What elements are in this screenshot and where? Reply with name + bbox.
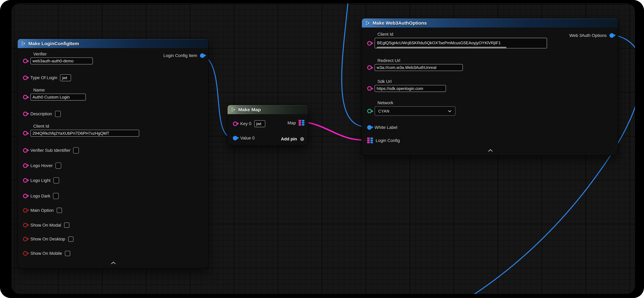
- pin-description[interactable]: [23, 112, 28, 116]
- output-pin-label: Map: [288, 120, 296, 125]
- key0-input[interactable]: [254, 120, 265, 127]
- pin-name[interactable]: [23, 95, 28, 99]
- pin-label: Show On Mobile: [30, 251, 62, 256]
- field-group-network: Network CYAN: [367, 100, 456, 116]
- pin-label: Logo Dark: [30, 193, 50, 198]
- pin-row-logo-light: Logo Light: [23, 176, 59, 184]
- make-struct-icon: [365, 20, 370, 26]
- pin-show-on-modal[interactable]: [23, 223, 28, 227]
- make-map-icon: [231, 107, 236, 112]
- pin-label: Name: [33, 88, 86, 92]
- pin-label: White Label: [374, 125, 397, 130]
- show-on-mobile-checkbox[interactable]: [65, 250, 70, 256]
- pin-value0[interactable]: [233, 136, 237, 140]
- pin-logo-hover[interactable]: [23, 163, 28, 168]
- pin-logo-dark[interactable]: [23, 194, 28, 198]
- pin-verifier-sub-identifier[interactable]: [23, 148, 28, 152]
- add-pin-label: Add pin: [281, 136, 297, 141]
- main-option-checkbox[interactable]: [56, 208, 62, 213]
- field-group-client-id: Client Id: [367, 32, 547, 48]
- logo-dark-input[interactable]: [53, 193, 59, 199]
- blueprint-graph-canvas[interactable]: Make LoginConfigItem Login Config Item V…: [12, 3, 635, 294]
- pin-label: Key 0: [240, 121, 252, 126]
- wire-map-to-login-config[interactable]: [302, 122, 366, 140]
- type-of-login-input[interactable]: [60, 74, 71, 81]
- pin-row-logo-hover: Logo Hover: [23, 161, 62, 170]
- pin-row-show-on-desktop: Show On Desktop: [23, 235, 74, 243]
- output-row: Login Config Item: [163, 51, 204, 60]
- pin-redirect-url[interactable]: [367, 65, 372, 70]
- offscreen-node-bottom-edge[interactable]: [193, 3, 349, 4]
- pin-client-id[interactable]: [367, 41, 372, 45]
- map-output-pin-icon[interactable]: [299, 120, 304, 126]
- pin-label: Show On Desktop: [30, 236, 65, 242]
- pin-key0[interactable]: [233, 121, 237, 126]
- make-struct-icon: [21, 41, 26, 46]
- verifier-sub-identifier-input[interactable]: [73, 147, 79, 153]
- pin-label: Redirect Url: [378, 58, 463, 63]
- field-group-sdk-url: Sdk Url: [367, 79, 446, 92]
- show-on-modal-checkbox[interactable]: [64, 222, 69, 228]
- pin-network[interactable]: [367, 109, 372, 113]
- field-group-verifier: Verifier: [23, 51, 93, 64]
- pin-white-label[interactable]: [367, 125, 372, 130]
- node-header[interactable]: Make Map: [228, 105, 308, 114]
- pin-sdk-url[interactable]: [367, 86, 372, 91]
- node-title: Make Map: [238, 107, 261, 112]
- node-header[interactable]: Make LoginConfigItem: [18, 39, 208, 48]
- pin-label: Main Option: [30, 208, 54, 213]
- field-group-name: Name: [23, 88, 86, 100]
- name-input[interactable]: [30, 94, 86, 100]
- pin-label: Description: [30, 111, 52, 116]
- node-title: Make Web3AuthOptions: [372, 20, 427, 26]
- pin-show-on-desktop[interactable]: [23, 236, 28, 241]
- verifier-input[interactable]: [30, 58, 93, 64]
- pin-label: Logo Light: [30, 178, 50, 183]
- output-row: Web 3Auth Options: [569, 31, 614, 40]
- output-pin-login-config-item[interactable]: [200, 53, 204, 58]
- pin-logo-light[interactable]: [23, 178, 28, 182]
- chevron-down-icon: [448, 110, 452, 112]
- pin-label: Sdk Url: [378, 79, 446, 84]
- pin-label: Verifier: [33, 51, 93, 56]
- graph-world: Make LoginConfigItem Login Config Item V…: [12, 3, 635, 294]
- network-dropdown[interactable]: CYAN: [374, 106, 456, 116]
- chevron-up-icon: [488, 149, 493, 152]
- client-id-field[interactable]: [374, 38, 547, 48]
- pin-label: Login Config: [376, 138, 400, 143]
- pin-row-login-config: Login Config: [367, 136, 400, 144]
- node-make-web3authoptions[interactable]: Make Web3AuthOptions Web 3Auth Options C…: [362, 18, 618, 156]
- pin-type-of-login[interactable]: [23, 75, 28, 80]
- horizontal-scrollbar[interactable]: [376, 46, 506, 48]
- chevron-up-icon: [110, 261, 116, 264]
- logo-hover-input[interactable]: [56, 162, 62, 169]
- network-dropdown-value: CYAN: [378, 109, 390, 113]
- pin-client-id[interactable]: [23, 131, 28, 136]
- client-id-input[interactable]: [376, 40, 546, 46]
- login-config-map-pin-icon[interactable]: [367, 138, 373, 143]
- sdk-url-input[interactable]: [374, 85, 446, 92]
- logo-light-input[interactable]: [54, 177, 59, 183]
- blueprint-editor-frame: Make LoginConfigItem Login Config Item V…: [0, 0, 644, 298]
- pin-row-main-option: Main Option: [23, 206, 62, 214]
- pin-row-white-label: White Label: [367, 123, 398, 132]
- redirect-url-input[interactable]: [374, 64, 463, 71]
- pin-label: Verifier Sub Identifier: [30, 148, 70, 153]
- client-id-input[interactable]: [30, 130, 139, 137]
- output-pin-web3auth-options[interactable]: [610, 33, 614, 38]
- node-header[interactable]: Make Web3AuthOptions: [362, 18, 618, 28]
- pin-main-option[interactable]: [23, 208, 28, 212]
- node-make-loginconfigitem[interactable]: Make LoginConfigItem Login Config Item V…: [17, 39, 209, 268]
- description-input[interactable]: [55, 111, 61, 117]
- node-make-map[interactable]: Make Map Key 0 Map Value 0 Add pin: [227, 105, 308, 146]
- show-on-desktop-checkbox[interactable]: [68, 236, 73, 242]
- pin-row-show-on-mobile: Show On Mobile: [23, 249, 70, 258]
- collapse-node-button[interactable]: [486, 148, 494, 152]
- pin-show-on-mobile[interactable]: [23, 251, 28, 256]
- add-pin-plus-icon[interactable]: ⊕: [300, 136, 304, 141]
- pin-verifier[interactable]: [23, 59, 28, 63]
- pin-label: Show On Modal: [30, 222, 61, 228]
- output-row-map: Map: [288, 118, 304, 127]
- collapse-node-button[interactable]: [109, 260, 118, 265]
- pin-row-description: Description: [23, 110, 61, 118]
